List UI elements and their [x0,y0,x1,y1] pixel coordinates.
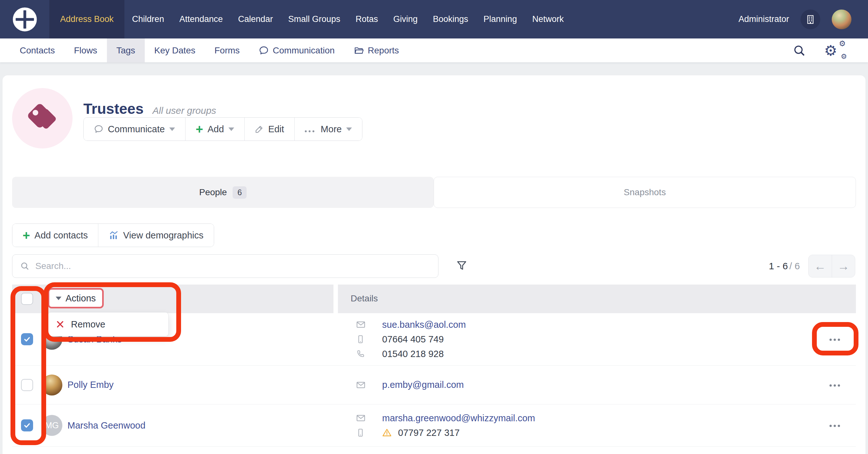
row-actions-button[interactable] [825,336,844,342]
gear-icon: ⚙ [824,42,837,60]
avatar[interactable]: MG [41,415,62,436]
tab-snapshots[interactable]: Snapshots [434,177,856,208]
tag-page-card: Trustees All user groups Communicate + A… [3,75,865,454]
chevron-down-icon [228,128,234,131]
nav-item-bookings[interactable]: Bookings [425,0,476,38]
nav-item-giving[interactable]: Giving [385,0,426,38]
table-row: Polly Emby p.emby@gmail.com [12,366,856,404]
previous-page-button[interactable]: ← [808,255,832,277]
row-checkbox[interactable] [21,419,33,431]
building-icon [805,14,816,25]
subnav-item-contacts[interactable]: Contacts [10,38,65,62]
email-icon [356,320,378,330]
person-details: p.emby@gmail.com [356,380,464,390]
people-toolbar: + Add contacts View demographics [12,224,214,247]
subnav-item-communication[interactable]: Communication [249,38,344,62]
organisation-button[interactable] [801,9,820,29]
person-name-link[interactable]: Polly Emby [67,380,114,390]
mobile-number: 07664 405 749 [382,334,444,345]
menu-item-remove[interactable]: Remove [71,319,105,330]
module-navbar: Contacts Flows Tags Key Dates Forms Comm… [0,38,868,62]
pagination-total: / 6 [789,261,800,271]
page-subtitle: All user groups [152,105,216,116]
gear-icon-small-bottom: ⚙ [841,53,847,60]
ellipsis-icon [305,124,316,134]
subnav-item-flows[interactable]: Flows [65,38,107,62]
remove-x-icon [56,320,65,329]
person-name-link[interactable]: Marsha Geenwood [67,420,146,431]
nav-item-rotas[interactable]: Rotas [348,0,385,38]
mobile-icon [356,334,378,344]
subnav-item-key-dates[interactable]: Key Dates [145,38,205,62]
check-icon [23,421,31,429]
edit-button[interactable]: Edit [244,118,294,140]
gear-icon-small-top: ⚙ [839,40,846,47]
app-logo[interactable] [0,0,49,38]
add-button[interactable]: + Add [185,118,244,140]
subnav-item-reports[interactable]: Reports [344,38,408,62]
email-link[interactable]: p.emby@gmail.com [382,380,464,390]
search-button[interactable] [793,44,806,57]
caret-down-icon [56,297,61,300]
view-demographics-button[interactable]: View demographics [98,224,214,247]
chevron-down-icon [169,128,175,131]
search-field[interactable] [12,254,438,278]
email-link[interactable]: sue.banks@aol.com [382,320,466,330]
settings-button[interactable]: ⚙ ⚙ ⚙ [824,42,847,60]
phone-icon [356,349,378,359]
add-contacts-button[interactable]: + Add contacts [12,224,98,247]
communicate-button[interactable]: Communicate [84,118,185,140]
speech-bubble-icon [259,45,269,56]
email-icon [356,413,378,423]
top-navbar: Address Book Children Attendance Calenda… [0,0,868,38]
details-column-header: Details [351,293,378,303]
pagination: 1 - 6 / 6 ← → [769,254,855,278]
administrator-label[interactable]: Administrator [739,14,789,24]
warning-icon [382,428,392,437]
select-all-checkbox[interactable] [21,293,33,305]
folder-icon [354,45,364,56]
funnel-icon [456,259,468,271]
tag-icon [24,99,61,137]
subnav-item-tags[interactable]: Tags [107,38,145,62]
nav-item-children[interactable]: Children [124,0,172,38]
nav-item-planning[interactable]: Planning [476,0,525,38]
nav-item-network[interactable]: Network [525,0,571,38]
row-actions-button[interactable] [825,382,844,388]
tag-action-buttons: Communicate + Add Edit More [83,117,363,141]
people-count-badge: 6 [232,186,247,199]
chevron-down-icon [346,128,352,131]
check-icon [23,335,31,343]
phone-number: 01540 218 928 [382,349,444,359]
person-details: marsha.greenwood@whizzymail.com 07797 22… [356,413,535,438]
email-link[interactable]: marsha.greenwood@whizzymail.com [382,413,535,423]
search-icon [20,261,30,271]
more-button[interactable]: More [294,118,362,140]
tab-people[interactable]: People 6 [12,177,434,208]
row-checkbox[interactable] [21,333,33,345]
plus-icon: + [196,124,203,134]
row-actions-button[interactable] [825,423,844,428]
plus-icon: + [23,230,30,240]
nav-item-address-book[interactable]: Address Book [49,0,124,38]
next-page-button[interactable]: → [832,255,855,277]
mobile-icon [356,428,378,437]
column-divider [334,285,338,313]
actions-dropdown-button[interactable]: Actions [48,288,104,309]
filter-button[interactable] [456,259,468,271]
row-checkbox[interactable] [21,379,33,391]
nav-item-small-groups[interactable]: Small Groups [281,0,348,38]
avatar[interactable] [41,375,62,395]
speech-bubble-icon [94,124,103,134]
tag-tabs: People 6 Snapshots [12,177,856,208]
search-icon [793,44,806,57]
table-row: MG Marsha Geenwood marsha.greenwood@whiz… [12,404,856,447]
user-avatar[interactable] [832,9,851,29]
nav-item-attendance[interactable]: Attendance [172,0,231,38]
person-details: sue.banks@aol.com 07664 405 749 01540 21… [356,320,466,359]
pencil-icon [255,125,264,133]
table-header: Actions Details [12,285,856,313]
subnav-item-forms[interactable]: Forms [205,38,249,62]
search-input[interactable] [35,261,417,271]
nav-item-calendar[interactable]: Calendar [230,0,281,38]
